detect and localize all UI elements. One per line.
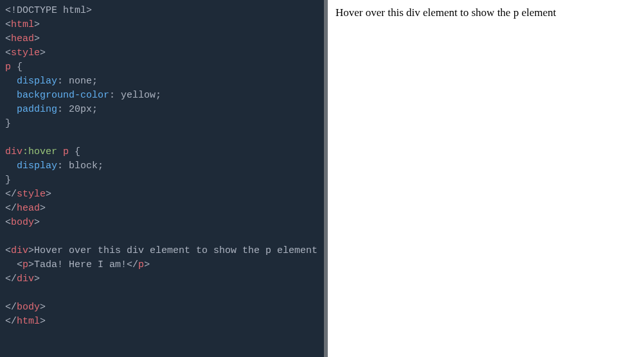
code-angle: </ bbox=[127, 259, 138, 270]
code-angle: < bbox=[5, 245, 11, 256]
code-angle: > bbox=[144, 259, 150, 270]
code-tag-body-close: body bbox=[17, 302, 40, 313]
code-semi: ; bbox=[92, 104, 98, 115]
code-colon: : bbox=[57, 76, 69, 87]
code-semi: ; bbox=[156, 90, 161, 101]
code-prop-display2: display bbox=[5, 161, 57, 171]
code-p-text: Tada! Here I am! bbox=[34, 259, 127, 270]
code-tag-style: style bbox=[11, 48, 40, 58]
code-selector-p2: p bbox=[57, 146, 69, 157]
code-prop-display: display bbox=[5, 76, 57, 87]
code-tag-html: html bbox=[11, 19, 34, 30]
code-brace: { bbox=[11, 62, 22, 73]
code-angle: > bbox=[34, 217, 40, 228]
code-doctype: <!DOCTYPE html> bbox=[5, 5, 92, 16]
code-angle: > bbox=[40, 302, 46, 313]
code-angle: > bbox=[40, 316, 46, 327]
code-prop-padding: padding bbox=[5, 104, 57, 115]
code-val-20px: 20px bbox=[69, 104, 92, 115]
code-angle: > bbox=[40, 48, 46, 58]
code-angle: </ bbox=[5, 302, 17, 313]
code-angle: </ bbox=[5, 203, 17, 214]
code-angle: > bbox=[46, 189, 51, 200]
code-angle: > bbox=[28, 259, 34, 270]
code-val-yellow: yellow bbox=[121, 90, 156, 101]
code-angle: < bbox=[5, 259, 22, 270]
code-tag-html-close: html bbox=[17, 316, 40, 327]
code-semi: ; bbox=[98, 161, 103, 171]
code-angle: > bbox=[34, 33, 40, 44]
code-angle: < bbox=[5, 217, 11, 228]
code-tag-head: head bbox=[11, 33, 34, 44]
output-hover-text[interactable]: Hover over this div element to show the … bbox=[335, 6, 636, 19]
code-angle: < bbox=[5, 33, 11, 44]
code-angle: </ bbox=[5, 189, 17, 200]
code-selector-div: div bbox=[5, 146, 22, 157]
code-tag-p-close: p bbox=[138, 259, 144, 270]
code-prop-bgcolor: background-color bbox=[5, 90, 109, 101]
code-tag-body: body bbox=[11, 217, 34, 228]
code-semi: ; bbox=[92, 76, 98, 87]
code-tag-head-close: head bbox=[17, 203, 40, 214]
output-pane[interactable]: Hover over this div element to show the … bbox=[328, 0, 644, 357]
code-colon: : bbox=[109, 90, 121, 101]
code-tag-div-close: div bbox=[17, 274, 34, 284]
code-editor-pane[interactable]: <!DOCTYPE html> <html> <head> <style> p … bbox=[0, 0, 324, 357]
code-tag-p: p bbox=[22, 259, 28, 270]
code-angle: > bbox=[40, 203, 46, 214]
code-angle: < bbox=[5, 19, 11, 30]
code-div-text: Hover over this div element to show the … bbox=[34, 245, 318, 256]
code-tag-div: div bbox=[11, 245, 28, 256]
code-colon: : bbox=[57, 161, 69, 171]
code-val-block: block bbox=[69, 161, 98, 171]
code-pseudo-hover: :hover bbox=[22, 146, 57, 157]
code-tag-style-close: style bbox=[17, 189, 46, 200]
split-container: <!DOCTYPE html> <html> <head> <style> p … bbox=[0, 0, 644, 357]
code-angle: </ bbox=[5, 274, 17, 284]
code-colon: : bbox=[57, 104, 69, 115]
code-angle: </ bbox=[5, 316, 17, 327]
code-brace: { bbox=[69, 146, 80, 157]
code-val-none: none bbox=[69, 76, 92, 87]
code-selector-p: p bbox=[5, 62, 11, 73]
code-angle: < bbox=[5, 48, 11, 58]
code-brace: } bbox=[5, 175, 11, 186]
code-brace: } bbox=[5, 118, 11, 129]
code-angle: > bbox=[28, 245, 34, 256]
code-angle: > bbox=[34, 19, 40, 30]
code-angle: > bbox=[34, 274, 40, 284]
